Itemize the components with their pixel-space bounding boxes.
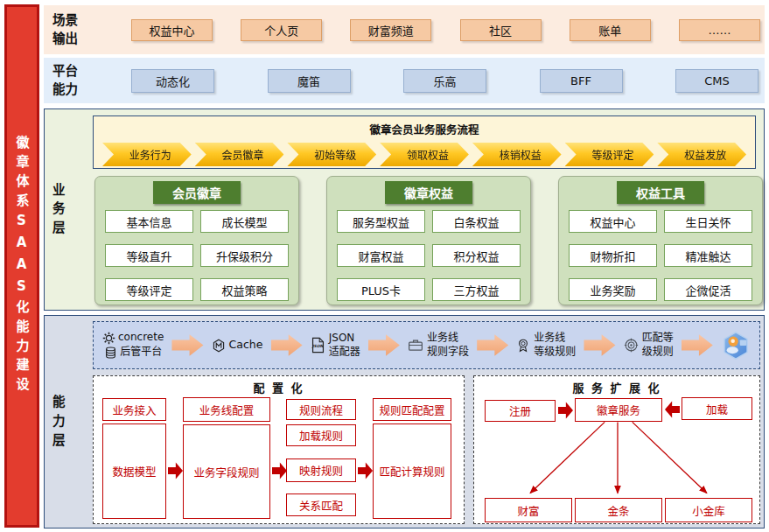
- process-step: 业务行为: [102, 143, 192, 166]
- panel-item: 升保级积分: [200, 244, 289, 267]
- panel-item: 三方权益: [432, 278, 521, 301]
- business-layer-label: 业务层: [52, 181, 67, 238]
- pipeline-text: 级规则: [642, 346, 674, 360]
- config-biz-access: 业务接入: [102, 398, 166, 421]
- process-step: 会员徽章: [195, 143, 284, 166]
- pipeline-step-concrete: concrete 后管平台: [102, 331, 164, 360]
- briefcase-icon: [408, 338, 423, 353]
- process-step: 领取权益: [380, 143, 469, 166]
- config-load-rules: 加载规则: [286, 424, 356, 446]
- pipeline-arrow-icon: [271, 334, 303, 357]
- pipeline-text: 业务线: [427, 332, 458, 346]
- panel-member-badge-items: 基本信息 成长模型 等级直升 升保级积分 等级评定 权益策略: [105, 210, 289, 301]
- target-icon: [624, 338, 639, 353]
- red-arrow-right-icon: [358, 462, 373, 480]
- panel-item: 积分权益: [432, 244, 521, 267]
- process-step: 权益发放: [657, 143, 746, 166]
- config-biz-field-rules: 业务字段规则: [183, 424, 270, 519]
- pipeline-text: concrete: [118, 331, 164, 345]
- scene-item-wealth-channel: 财富频道: [350, 19, 431, 41]
- platform-capability-row: 平台能力 动态化 魔笛 乐高 BFF CMS: [44, 58, 765, 103]
- scene-item-bill: 账单: [570, 19, 651, 41]
- service-load: 加载: [682, 397, 752, 420]
- panel-rights-tools-items: 权益中心 生日关怀 财物折扣 精准触达 业务奖励 企微促活: [569, 210, 752, 301]
- gear-icon: [102, 332, 115, 345]
- scene-item-rights-center: 权益中心: [131, 19, 213, 41]
- json-file-icon: JSON: [311, 337, 325, 354]
- pipeline-arrow-icon: [682, 334, 713, 357]
- platform-item-lego: 乐高: [403, 69, 486, 93]
- scene-item-more: ……: [679, 19, 760, 41]
- red-arrow-right-icon: [168, 462, 183, 480]
- architecture-diagram: 徽章体系SAAS化能力建设 场景输出 权益中心 个人页 财富频道 社区 账单 ……: [0, 0, 769, 532]
- config-rule-flow: 规则流程: [286, 399, 356, 420]
- pipeline-text: 匹配等: [642, 332, 674, 346]
- service-wealth: 财富: [485, 498, 572, 522]
- business-layer: 业务层 徽章会员业务服务流程 业务行为 会员徽章 初始等级 领取权益 核销权益 …: [44, 108, 765, 311]
- scene-item-profile-page: 个人页: [241, 19, 322, 41]
- capability-layer: 能力层 concrete 后管平台: [44, 315, 765, 528]
- panel-item: 企微促活: [664, 278, 752, 301]
- platform-item-modi: 魔笛: [268, 69, 351, 93]
- panel-item: 成长模型: [200, 210, 289, 233]
- pipeline-text: 规则字段: [427, 346, 469, 360]
- pipeline-step-bizline-fields: 业务线 规则字段: [408, 332, 469, 359]
- business-panels: 会员徽章 基本信息 成长模型 等级直升 升保级积分 等级评定 权益策略 徽章权益…: [94, 176, 763, 305]
- platform-item-bff: BFF: [540, 69, 623, 93]
- service-badge-service: 徽章服务: [575, 398, 662, 422]
- process-title: 徽章会员业务服务流程: [94, 121, 755, 137]
- service-gold-bar: 金条: [575, 498, 662, 522]
- panel-item: 基本信息: [105, 210, 193, 233]
- service-vault: 小金库: [665, 498, 752, 522]
- panel-item: 财富权益: [337, 244, 425, 267]
- medal-icon: [516, 338, 530, 354]
- panel-member-badge-title: 会员徽章: [153, 181, 241, 204]
- platform-row-label: 平台能力: [52, 62, 82, 99]
- panel-item: 业务奖励: [569, 278, 657, 301]
- process-step: 等级评定: [565, 143, 654, 166]
- scene-row-label: 场景输出: [52, 11, 82, 48]
- diagram-title-bar: 徽章体系SAAS化能力建设: [4, 4, 39, 528]
- config-mapping-rules: 映射规则: [286, 458, 356, 482]
- capability-layer-label: 能力层: [52, 393, 67, 450]
- panel-item: 财物折扣: [569, 244, 657, 267]
- process-banner: 徽章会员业务服务流程 业务行为 会员徽章 初始等级 领取权益 核销权益 等级评定…: [93, 116, 756, 169]
- panel-badge-rights: 徽章权益 服务型权益 白条权益 财富权益 积分权益 PLUS卡 三方权益: [326, 176, 531, 305]
- platform-row-items: 动态化 魔笛 乐高 BFF CMS: [131, 58, 759, 103]
- scene-output-row: 场景输出 权益中心 个人页 财富频道 社区 账单 ……: [44, 5, 765, 54]
- svg-text:JSON: JSON: [311, 344, 325, 348]
- config-data-model: 数据模型: [102, 424, 166, 519]
- process-step: 核销权益: [472, 143, 562, 166]
- pipeline-text: 适配器: [329, 346, 360, 360]
- diagram-title: 徽章体系SAAS化能力建设: [13, 136, 31, 396]
- panel-rights-tools-title: 权益工具: [617, 181, 704, 204]
- app-hexagon-icon: [721, 331, 751, 360]
- panel-badge-rights-title: 徽章权益: [385, 181, 472, 204]
- panel-item: 生日关怀: [664, 210, 752, 233]
- red-arrow-right-icon: [558, 402, 573, 419]
- red-arrow-right-icon: [272, 462, 287, 480]
- service-extension-box-title: 服 务 扩 展 化: [474, 379, 759, 396]
- panel-badge-rights-items: 服务型权益 白条权益 财富权益 积分权益 PLUS卡 三方权益: [337, 210, 521, 301]
- pipeline-text: 等级规则: [534, 346, 576, 360]
- panel-item: 权益策略: [200, 278, 289, 301]
- pipeline-arrow-icon: [171, 334, 203, 357]
- pipeline-arrow-icon: [584, 334, 615, 357]
- panel-member-badge: 会员徽章 基本信息 成长模型 等级直升 升保级积分 等级评定 权益策略: [94, 176, 299, 305]
- config-rule-match-config: 规则匹配配置: [373, 398, 451, 421]
- pipeline-text: JSON: [329, 332, 355, 346]
- service-register: 注册: [485, 400, 556, 422]
- pipeline-text: Cache: [229, 338, 263, 352]
- scene-item-community: 社区: [460, 19, 542, 41]
- pipeline-step-match-level-rules: 匹配等 级规则: [624, 332, 674, 359]
- pipeline-arrow-icon: [368, 334, 400, 357]
- rules-pipeline: concrete 后管平台 Cache JSON: [93, 321, 760, 369]
- platform-item-cms: CMS: [675, 69, 759, 93]
- panel-item: 白条权益: [432, 210, 521, 233]
- pipeline-step-bizline-level-rules: 业务线 等级规则: [516, 332, 576, 359]
- panel-item: 权益中心: [569, 210, 657, 233]
- pipeline-step-cache: Cache: [212, 338, 263, 352]
- scene-row-items: 权益中心 个人页 财富频道 社区 账单 ……: [131, 5, 760, 54]
- config-relation-match: 关系匹配: [286, 494, 356, 516]
- panel-item: 精准触达: [664, 244, 752, 267]
